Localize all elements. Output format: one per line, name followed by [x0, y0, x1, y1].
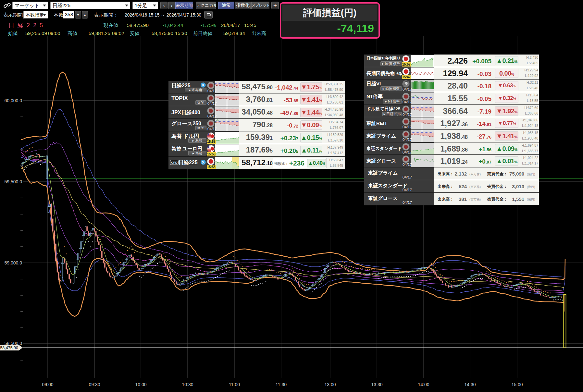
svg-text:09:00: 09:00 [42, 382, 53, 387]
svg-text:13:30: 13:30 [371, 382, 382, 387]
svg-text:13:00: 13:00 [324, 382, 336, 387]
svg-text:11:00: 11:00 [229, 382, 240, 387]
svg-text:58,475.90: 58,475.90 [0, 346, 18, 350]
svg-text:59,500.0: 59,500.0 [5, 179, 22, 184]
svg-text:15:00: 15:00 [511, 382, 523, 387]
svg-text:10:30: 10:30 [182, 382, 193, 387]
svg-text:14:30: 14:30 [464, 382, 476, 387]
svg-text:60,000.0: 60,000.0 [5, 98, 22, 103]
svg-text:11:30: 11:30 [276, 382, 287, 387]
svg-text:14:00: 14:00 [418, 382, 429, 387]
svg-text:09:30: 09:30 [89, 382, 100, 387]
svg-text:10:00: 10:00 [135, 382, 146, 387]
svg-text:59,000.0: 59,000.0 [5, 260, 22, 265]
